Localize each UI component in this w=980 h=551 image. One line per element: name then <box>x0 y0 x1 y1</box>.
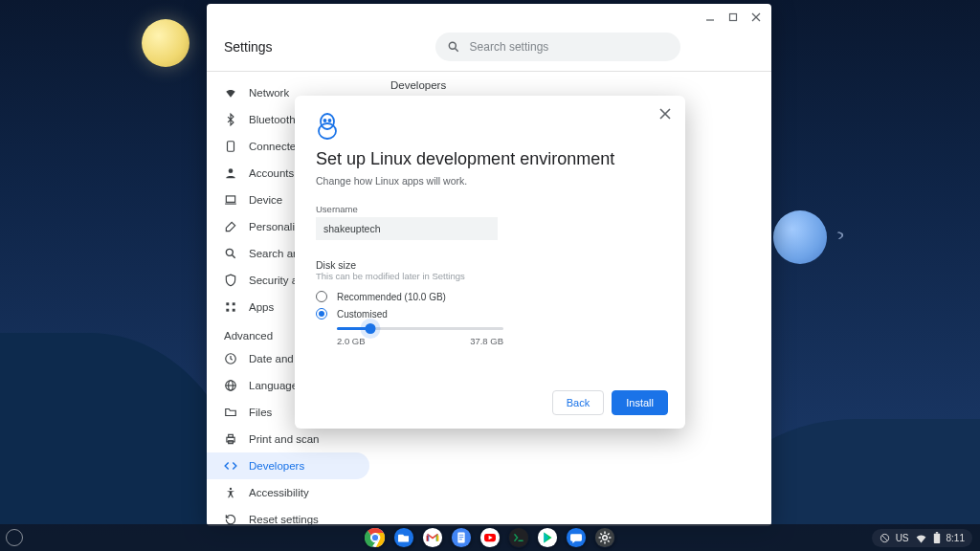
radio-customised[interactable]: Customised <box>316 308 664 320</box>
page-title: Developers <box>390 79 750 91</box>
settings-header: Settings Search settings <box>207 4 771 71</box>
apps-icon <box>224 300 237 314</box>
username-value: shakeuptech <box>323 223 381 234</box>
laptop-icon <box>224 193 237 207</box>
battery-icon <box>933 532 941 544</box>
dialog-subtitle: Change how Linux apps will work. <box>316 175 664 187</box>
app-files[interactable] <box>393 527 414 548</box>
ime-indicator: US <box>896 533 909 543</box>
person-icon <box>224 166 237 180</box>
window-maximize-button[interactable] <box>725 10 741 25</box>
slider-thumb[interactable] <box>365 323 375 334</box>
radio-customised-label: Customised <box>337 309 388 320</box>
radio-icon <box>316 291 327 302</box>
sidebar-item-label: Network <box>249 87 289 99</box>
svg-point-23 <box>230 488 232 490</box>
status-tray-content[interactable]: US 8:11 <box>872 529 972 547</box>
svg-rect-12 <box>226 302 229 305</box>
window-controls <box>702 10 764 25</box>
printer-icon <box>224 432 237 446</box>
bluetooth-icon <box>224 113 237 126</box>
app-play-store[interactable] <box>537 527 558 548</box>
sidebar-item-developers[interactable]: Developers <box>207 452 369 479</box>
launcher-button[interactable] <box>6 529 23 546</box>
sidebar-item-label: Device <box>249 194 282 206</box>
search-input[interactable]: Search settings <box>435 33 680 61</box>
shelf-apps <box>365 527 615 548</box>
sidebar-item-accessibility[interactable]: Accessibility <box>207 479 369 506</box>
clock-icon <box>224 352 237 365</box>
sidebar-item-reset-settings[interactable]: Reset settings <box>207 506 369 526</box>
brush-icon <box>224 220 237 233</box>
username-label: Username <box>316 204 664 214</box>
close-icon <box>659 108 671 120</box>
radio-recommended-label: Recommended (10.0 GB) <box>337 292 446 302</box>
svg-rect-8 <box>226 196 234 202</box>
svg-rect-15 <box>233 309 235 312</box>
radio-icon <box>316 308 327 320</box>
status-tray[interactable]: US 8:11 <box>872 524 972 551</box>
linux-setup-dialog: Set up Linux development environment Cha… <box>295 96 685 429</box>
shield-icon <box>224 274 237 287</box>
app-chrome[interactable] <box>365 527 386 548</box>
moon-graphic <box>142 19 189 67</box>
sidebar-item-label: Accounts <box>249 167 294 179</box>
planet-graphic <box>773 210 827 264</box>
install-button[interactable]: Install <box>612 390 668 415</box>
slider-labels: 2.0 GB 37.8 GB <box>337 336 503 346</box>
disk-size-slider[interactable]: 2.0 GB 37.8 GB <box>337 327 503 346</box>
dialog-close-button[interactable] <box>657 105 674 122</box>
clock: 8:11 <box>947 533 965 543</box>
svg-point-27 <box>319 123 336 139</box>
disk-size-sub: This can be modified later in Settings <box>316 271 664 281</box>
penguin-icon <box>316 113 339 140</box>
devices-icon <box>224 140 237 153</box>
svg-point-47 <box>595 528 614 547</box>
svg-line-11 <box>232 254 234 257</box>
username-field[interactable]: shakeuptech <box>316 217 498 240</box>
svg-rect-59 <box>933 533 939 542</box>
svg-point-43 <box>509 528 528 547</box>
sidebar-item-label: Files <box>249 407 272 418</box>
svg-point-4 <box>449 42 456 49</box>
sidebar-item-label: Accessibility <box>249 487 309 498</box>
shelf: US 8:11 <box>0 524 980 551</box>
back-button[interactable]: Back <box>552 390 604 415</box>
window-close-button[interactable] <box>748 10 764 25</box>
svg-rect-13 <box>233 302 235 305</box>
sidebar-item-print-scan[interactable]: Print and scan <box>207 426 369 452</box>
sidebar-item-label: Bluetooth <box>249 114 296 125</box>
accessibility-icon <box>224 486 237 499</box>
svg-rect-1 <box>730 14 737 21</box>
slider-track <box>337 327 503 330</box>
search-icon <box>224 247 237 260</box>
app-gmail[interactable] <box>422 527 443 548</box>
app-youtube[interactable] <box>479 527 501 548</box>
globe-icon <box>224 379 237 392</box>
svg-point-10 <box>226 249 233 255</box>
sidebar-item-label: Developers <box>249 460 304 472</box>
app-terminal[interactable] <box>508 527 529 548</box>
radio-recommended[interactable]: Recommended (10.0 GB) <box>316 291 664 302</box>
wifi-icon <box>224 86 237 99</box>
dialog-footer: Back Install <box>552 390 668 415</box>
svg-rect-60 <box>935 532 937 534</box>
disk-size-label: Disk size <box>316 259 664 271</box>
settings-title: Settings <box>224 39 273 55</box>
app-settings[interactable] <box>594 527 615 548</box>
svg-line-5 <box>455 48 457 51</box>
code-icon <box>224 459 237 473</box>
svg-rect-6 <box>228 142 234 152</box>
sidebar-item-label: Apps <box>249 301 274 313</box>
svg-point-29 <box>329 120 331 121</box>
svg-rect-14 <box>226 309 229 312</box>
window-minimize-button[interactable] <box>702 10 718 25</box>
app-messages[interactable] <box>566 527 587 548</box>
slider-min-label: 2.0 GB <box>337 336 366 346</box>
svg-point-28 <box>324 120 326 121</box>
app-docs[interactable] <box>451 527 472 548</box>
svg-point-7 <box>229 168 234 173</box>
dialog-title: Set up Linux development environment <box>316 149 664 169</box>
search-placeholder: Search settings <box>470 40 549 54</box>
search-icon <box>447 40 460 54</box>
